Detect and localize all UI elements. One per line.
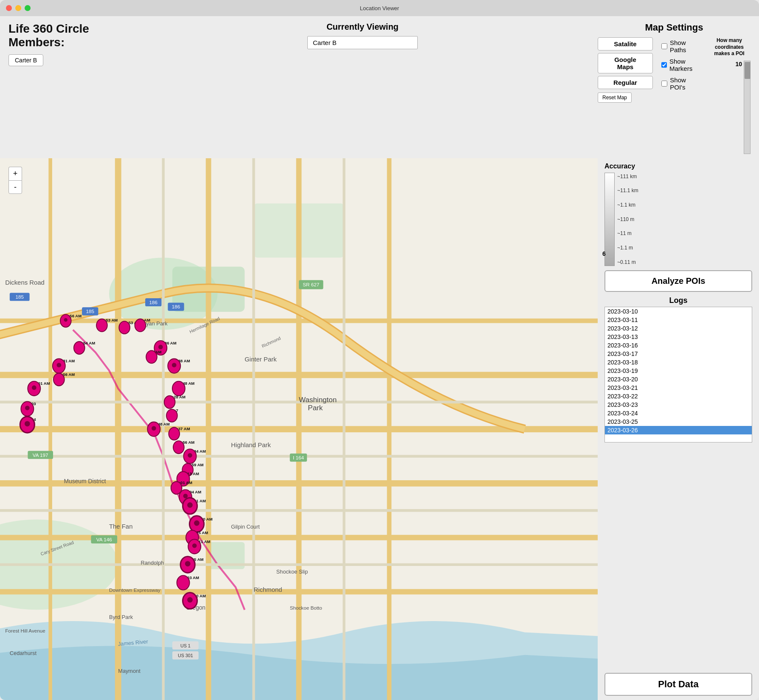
svg-text:Park: Park <box>308 404 323 412</box>
accuracy-block: Accuracy 6 ~111 km ~11.1 km ~1.1 km ~110… <box>604 162 752 266</box>
show-pois-checkbox[interactable] <box>661 80 667 87</box>
svg-text:Shockoe Botto: Shockoe Botto <box>290 605 323 610</box>
member-button[interactable]: Carter B <box>8 54 43 66</box>
log-item[interactable]: 2023-03-19 <box>605 367 752 375</box>
poi-coords-label: How many coordinatesmakes a POI <box>708 37 751 57</box>
acc-label-4: ~11 m <box>617 230 638 236</box>
svg-text:186: 186 <box>149 300 158 305</box>
log-item[interactable]: 2023-03-10 <box>605 307 752 316</box>
google-maps-button[interactable]: Google Maps <box>598 53 653 73</box>
svg-point-91 <box>172 381 185 396</box>
title-bar: Location Viewer <box>0 0 759 16</box>
svg-point-70 <box>96 319 107 332</box>
map-area[interactable]: Dickens Road Bryan Park Ginter Park Wash… <box>0 158 598 700</box>
show-pois-label: Show POI's <box>670 76 700 91</box>
accuracy-visual: 6 ~111 km ~11.1 km ~1.1 km ~110 m ~11 m … <box>604 173 752 266</box>
svg-point-104 <box>166 409 177 422</box>
svg-point-139 <box>177 575 190 590</box>
plot-data-button[interactable]: Plot Data <box>604 673 752 696</box>
svg-text:I 164: I 164 <box>293 455 304 460</box>
svg-point-84 <box>57 363 62 367</box>
maximize-button[interactable] <box>25 5 31 11</box>
show-paths-row: Show Paths <box>661 39 700 53</box>
svg-text:US 301: US 301 <box>178 653 193 658</box>
regular-button[interactable]: Regular <box>598 76 653 89</box>
accuracy-label: Accuracy <box>604 162 752 170</box>
reset-map-button[interactable]: Reset Map <box>598 92 632 103</box>
svg-text:Downtown Expressway: Downtown Expressway <box>109 587 160 593</box>
svg-text:185: 185 <box>86 308 95 314</box>
svg-text:US 1: US 1 <box>180 643 191 648</box>
log-item[interactable]: 2023-03-22 <box>605 392 752 400</box>
log-item[interactable]: 2023-03-13 <box>605 333 752 341</box>
satellite-button[interactable]: Satalite <box>598 37 653 50</box>
left-section: Life 360 Circle Members: Carter B <box>8 22 136 66</box>
log-item[interactable]: 2023-03-23 <box>605 400 752 409</box>
right-panel: Accuracy 6 ~111 km ~11.1 km ~1.1 km ~110… <box>598 158 759 700</box>
svg-point-107 <box>152 426 156 431</box>
svg-point-79 <box>158 344 163 349</box>
svg-text:185: 185 <box>15 294 24 300</box>
svg-point-123 <box>183 494 188 498</box>
show-paths-checkbox[interactable] <box>661 43 667 50</box>
poi-coords-scrollbar[interactable] <box>744 61 751 154</box>
svg-point-126 <box>187 502 193 508</box>
currently-viewing-input[interactable] <box>307 36 418 49</box>
show-pois-row: Show POI's <box>661 76 700 91</box>
window-controls[interactable] <box>6 5 31 11</box>
zoom-out-button[interactable]: - <box>8 180 22 194</box>
acc-label-5: ~1.1 m <box>617 245 638 251</box>
svg-text:Maymont: Maymont <box>118 668 141 674</box>
log-item[interactable]: 2023-03-25 <box>605 417 752 426</box>
show-markers-checkbox[interactable] <box>661 62 667 68</box>
svg-text:Cedarhurst: Cedarhurst <box>10 650 37 656</box>
svg-point-89 <box>172 363 177 367</box>
map-svg: Dickens Road Bryan Park Ginter Park Wash… <box>0 158 598 700</box>
log-item[interactable]: 2023-03-18 <box>605 358 752 367</box>
svg-point-86 <box>53 373 65 386</box>
map-buttons: Satalite Google Maps Regular <box>598 37 653 89</box>
logs-section: Logs 2023-03-102023-03-112023-03-122023-… <box>604 296 752 669</box>
log-item[interactable]: 2023-03-16 <box>605 341 752 350</box>
poi-coords-section: How many coordinatesmakes a POI 10 <box>708 37 751 154</box>
svg-point-114 <box>188 453 192 458</box>
svg-text:Washington: Washington <box>299 396 337 404</box>
show-paths-label: Show Paths <box>670 39 700 53</box>
log-item[interactable]: 2023-03-11 <box>605 316 752 324</box>
svg-text:SR 627: SR 627 <box>303 282 319 287</box>
svg-point-134 <box>192 543 197 548</box>
acc-label-6: ~0.11 m <box>617 259 638 265</box>
log-item[interactable]: 2023-03-26 <box>605 426 752 434</box>
minimize-button[interactable] <box>15 5 21 11</box>
svg-point-137 <box>185 561 191 566</box>
svg-point-94 <box>32 385 37 390</box>
svg-text:Museum District: Museum District <box>64 478 106 484</box>
svg-point-68 <box>64 318 68 322</box>
window-title: Location Viewer <box>360 5 399 11</box>
map-settings-title: Map Settings <box>598 22 751 33</box>
logs-list[interactable]: 2023-03-102023-03-112023-03-122023-03-13… <box>604 307 752 442</box>
log-item[interactable]: 2023-03-12 <box>605 324 752 333</box>
svg-text:Gilpin Court: Gilpin Court <box>231 524 260 530</box>
svg-point-76 <box>74 342 85 354</box>
svg-point-129 <box>194 520 200 526</box>
logs-title: Logs <box>604 296 752 305</box>
checkboxes-col: Show Paths Show Markers Show POI's <box>661 37 700 154</box>
svg-point-97 <box>25 406 30 410</box>
right-section: Map Settings Satalite Google Maps Regula… <box>589 22 751 154</box>
log-item[interactable]: 2023-03-20 <box>605 375 752 384</box>
map-buttons-col: Satalite Google Maps Regular Reset Map <box>598 37 653 154</box>
svg-text:Forest Hill Avenue: Forest Hill Avenue <box>5 627 45 633</box>
log-item[interactable]: 2023-03-17 <box>605 350 752 358</box>
accuracy-value: 6 <box>602 250 606 257</box>
zoom-in-button[interactable]: + <box>8 167 22 180</box>
close-button[interactable] <box>6 5 12 11</box>
svg-text:186: 186 <box>172 304 180 309</box>
show-markers-label: Show Markers <box>669 58 700 72</box>
log-item[interactable]: 2023-03-24 <box>605 409 752 417</box>
svg-text:Dickens Road: Dickens Road <box>5 279 45 286</box>
svg-point-102 <box>164 396 175 409</box>
log-item[interactable]: 2023-03-21 <box>605 384 752 392</box>
svg-text:Richmond: Richmond <box>254 586 282 593</box>
analyze-pois-button[interactable]: Analyze POIs <box>604 270 752 292</box>
